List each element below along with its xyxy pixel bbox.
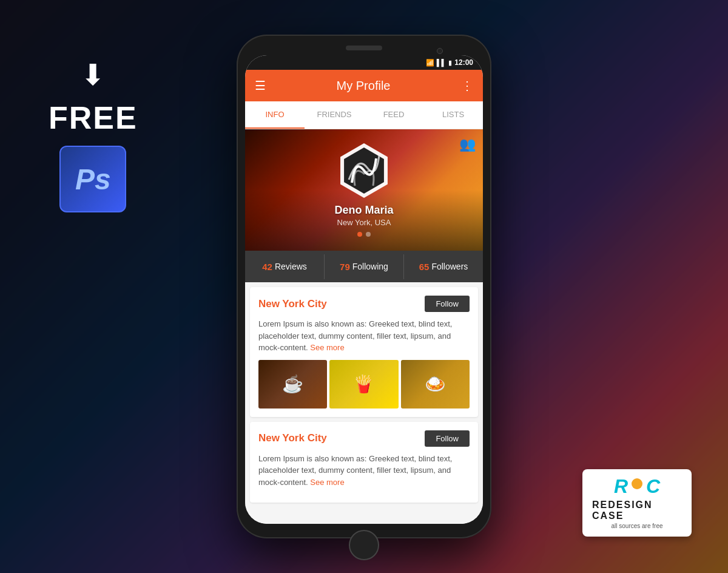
tab-info[interactable]: INFO (245, 101, 305, 129)
profile-header: 👥 De (245, 129, 483, 251)
profile-avatar-wrapper (337, 143, 391, 198)
ps-label: Ps (75, 163, 111, 196)
avatar-pattern (341, 147, 387, 194)
app-title: My Profile (337, 79, 391, 93)
content-area: New York City Follow Lorem Ipsum is also… (245, 282, 483, 524)
see-more-1[interactable]: See more (310, 343, 344, 352)
more-options-icon[interactable]: ⋮ (461, 78, 473, 93)
dot-2 (366, 232, 371, 237)
stat-followers[interactable]: 65 Followers (403, 254, 483, 279)
food-image-coffee: ☕ (258, 360, 327, 409)
card-1-text: Lorem Ipsum is also known as: Greeked te… (258, 318, 470, 354)
add-friend-button[interactable]: 👥 (459, 137, 476, 152)
food-image-fries: 🍟 (329, 360, 398, 409)
phone-camera (437, 48, 443, 54)
dot-1 (357, 232, 362, 237)
profile-location: New York, USA (337, 218, 391, 227)
card-2-title: New York City (258, 432, 327, 444)
phone-speaker (346, 46, 382, 50)
following-label: Following (352, 262, 388, 271)
home-button[interactable] (349, 530, 379, 560)
followers-count: 65 (419, 262, 430, 272)
profile-dots (357, 232, 371, 237)
download-icon: ⬇ (81, 61, 105, 90)
wifi-icon: 📶 (426, 59, 434, 67)
follow-button-2[interactable]: Follow (425, 430, 470, 447)
rc-dot (632, 478, 642, 489)
reviews-count: 42 (262, 262, 272, 272)
time-display: 12:00 (454, 58, 473, 67)
signal-icon: ▌▌ (437, 59, 447, 66)
tab-bar: INFO FRIENDS FEED LISTS (245, 101, 483, 129)
phone-screen: 📶 ▌▌ ▮ 12:00 ☰ My Profile ⋮ INFO FRIENDS… (245, 55, 483, 524)
card-2-header: New York City Follow (258, 430, 470, 447)
card-1-title: New York City (258, 298, 327, 310)
free-label: FREE (49, 100, 138, 136)
phone-device: 📶 ▌▌ ▮ 12:00 ☰ My Profile ⋮ INFO FRIENDS… (237, 35, 491, 538)
reviews-label: Reviews (275, 262, 307, 271)
rc-sub: all sources are free (611, 523, 662, 529)
stat-following[interactable]: 79 Following (324, 254, 403, 279)
card-2: New York City Follow Lorem Ipsum is also… (250, 422, 478, 503)
stats-bar: 42 Reviews 79 Following 65 Followers (245, 251, 483, 282)
rc-badge: R C REDESIGN CASE all sources are free (582, 469, 692, 537)
rc-logo-row: R C (614, 476, 660, 496)
left-panel: ⬇ FREE Ps (49, 61, 138, 212)
tab-lists[interactable]: LISTS (423, 101, 483, 129)
see-more-2[interactable]: See more (310, 478, 344, 487)
app-bar: ☰ My Profile ⋮ (245, 70, 483, 101)
following-count: 79 (340, 262, 350, 272)
follow-button-1[interactable]: Follow (425, 296, 470, 312)
status-icons: 📶 ▌▌ ▮ 12:00 (426, 58, 473, 67)
rc-r-letter: R (614, 476, 628, 496)
status-bar: 📶 ▌▌ ▮ 12:00 (245, 55, 483, 70)
profile-name: Deno Maria (334, 204, 393, 217)
avatar-inner (341, 147, 387, 194)
card-1-header: New York City Follow (258, 296, 470, 312)
tab-feed[interactable]: FEED (364, 101, 423, 129)
tab-friends[interactable]: FRIENDS (305, 101, 364, 129)
ps-badge: Ps (59, 146, 126, 212)
followers-label: Followers (431, 262, 468, 271)
rc-name: REDESIGN CASE (592, 500, 682, 521)
card-1-images: ☕ 🍟 🍛 (258, 360, 470, 409)
food-image-dish: 🍛 (401, 360, 470, 409)
hamburger-menu-icon[interactable]: ☰ (255, 78, 266, 93)
card-1: New York City Follow Lorem Ipsum is also… (250, 287, 478, 417)
rc-c-letter: C (646, 476, 660, 496)
battery-icon: ▮ (448, 59, 452, 67)
card-2-text: Lorem Ipsum is also known as: Greeked te… (258, 453, 470, 489)
avatar-svg (346, 152, 382, 189)
phone-wrapper: 📶 ▌▌ ▮ 12:00 ☰ My Profile ⋮ INFO FRIENDS… (237, 35, 491, 538)
avatar-hexagon (337, 143, 391, 198)
stat-reviews[interactable]: 42 Reviews (245, 254, 324, 279)
